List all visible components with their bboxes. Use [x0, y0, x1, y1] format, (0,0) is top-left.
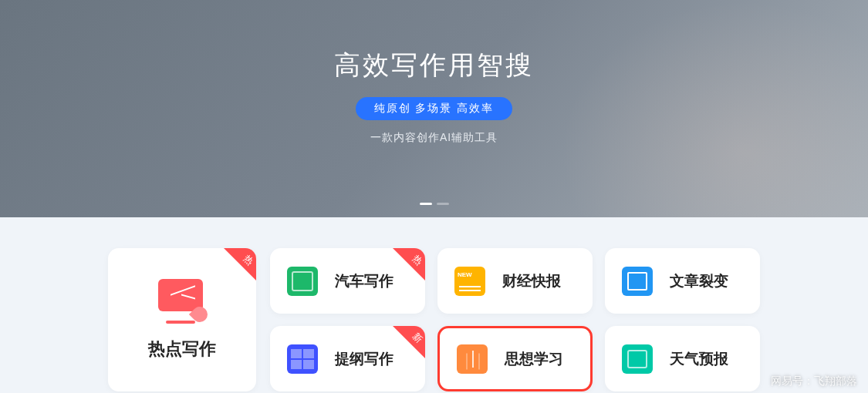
- featured-card-label: 热点写作: [148, 338, 216, 361]
- carousel-dot[interactable]: [420, 203, 432, 205]
- card-car-writing[interactable]: 热 汽车写作: [270, 248, 425, 314]
- hero-subtitle: 一款内容创作AI辅助工具: [370, 131, 498, 145]
- card-label: 思想学习: [505, 349, 563, 369]
- hero-title: 高效写作用智搜: [334, 48, 534, 83]
- trending-icon: [158, 279, 206, 319]
- hero-pill: 纯原创 多场景 高效率: [356, 97, 513, 120]
- car-icon: [287, 267, 318, 296]
- article-icon: [622, 267, 653, 296]
- card-article-split[interactable]: 文章裂变: [605, 248, 760, 314]
- hot-badge: 热: [393, 248, 425, 280]
- hot-badge: 热: [224, 248, 256, 280]
- card-grid-container: 热 热点写作 热 汽车写作 财经快报 文章裂变 新 提纲写作: [0, 217, 868, 391]
- book-icon: [457, 344, 488, 374]
- carousel-dots[interactable]: [420, 203, 449, 205]
- outline-icon: [287, 344, 318, 374]
- card-label: 提纲写作: [335, 349, 393, 369]
- card-outline-writing[interactable]: 新 提纲写作: [270, 326, 425, 391]
- card-weather-forecast[interactable]: 天气预报: [605, 326, 760, 391]
- card-grid: 热 汽车写作 财经快报 文章裂变 新 提纲写作 思想学习 天气预报: [270, 248, 760, 391]
- card-finance-news[interactable]: 财经快报: [437, 248, 593, 314]
- card-thought-learning[interactable]: 思想学习: [437, 326, 593, 391]
- card-label: 文章裂变: [670, 271, 728, 291]
- carousel-dot[interactable]: [437, 203, 449, 205]
- finance-icon: [454, 267, 485, 296]
- hero-banner: 高效写作用智搜 纯原创 多场景 高效率 一款内容创作AI辅助工具: [0, 0, 868, 217]
- featured-card-hot-writing[interactable]: 热 热点写作: [108, 248, 256, 391]
- weather-icon: [622, 344, 653, 374]
- card-label: 天气预报: [670, 349, 728, 369]
- watermark: 网易号：飞翔部落: [771, 375, 857, 388]
- card-label: 汽车写作: [335, 271, 393, 291]
- card-label: 财经快报: [502, 271, 561, 291]
- new-badge: 新: [393, 326, 425, 358]
